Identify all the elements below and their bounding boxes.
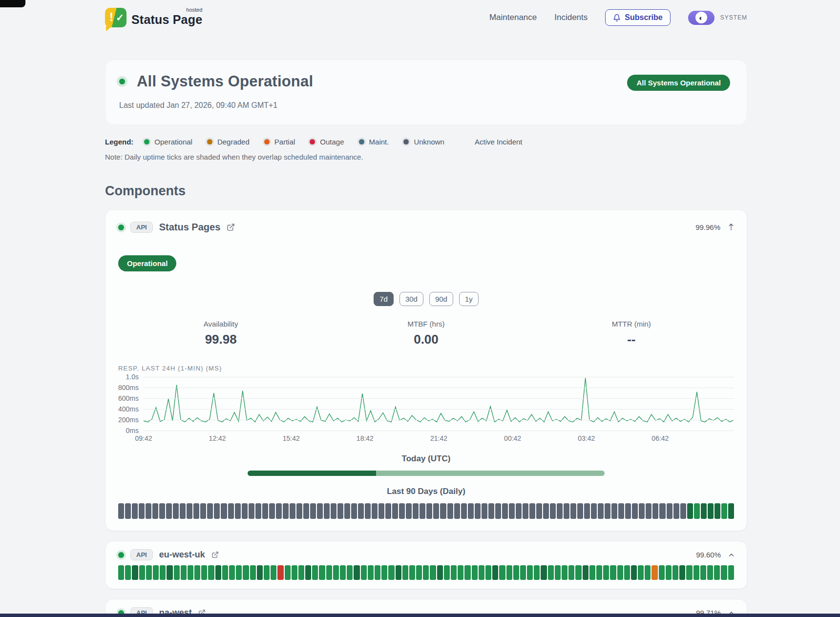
overall-status-title: All Systems Operational: [137, 73, 313, 90]
uptime-tick: [351, 503, 357, 519]
uptime-tick: [672, 565, 678, 580]
uptime-tick: [536, 503, 542, 519]
uptime-tick: [659, 503, 665, 519]
uptime-tick: [399, 503, 405, 519]
today-progress-fill: [248, 471, 376, 476]
uptime-tick: [361, 565, 367, 580]
uptime-tick: [207, 503, 213, 519]
component-stats: Availability99.98MTBF (hrs)0.00MTTR (min…: [118, 320, 734, 347]
overall-status-badge: All Systems Operational: [627, 75, 730, 91]
expand-chevron-icon[interactable]: [729, 553, 734, 557]
uptime-ticks-eu-west-uk: [118, 565, 734, 580]
brand-name: Status Page: [131, 13, 202, 26]
uptime-tick: [188, 565, 193, 580]
uptime-tick: [632, 503, 638, 519]
stat-mtbf-hrs-: MTBF (hrs)0.00: [323, 320, 528, 347]
uptime-tick: [214, 503, 220, 519]
uptime-tick: [292, 565, 297, 580]
uptime-tick: [296, 503, 302, 519]
uptime-tick: [631, 565, 637, 580]
status-page-logo-icon: ! ✓: [105, 8, 126, 27]
uptime-tick: [406, 503, 412, 519]
uptime-tick: [181, 565, 187, 580]
uptime-tick: [583, 565, 588, 580]
brand-superscript: hosted: [186, 7, 202, 13]
legend-item: Degraded: [207, 138, 250, 146]
uptime-tick: [208, 565, 214, 580]
overall-status-dot: [119, 79, 125, 84]
uptime-tick: [577, 503, 583, 519]
uptime-tick: [269, 503, 275, 519]
chart-y-axis: 1.0s800ms600ms400ms200ms0ms: [118, 377, 144, 431]
uptime-tick: [347, 565, 353, 580]
component-header[interactable]: API eu-west-uk 99.60%: [118, 549, 734, 560]
component-card-eu-west-uk: API eu-west-uk 99.60%: [105, 541, 747, 589]
uptime-tick: [464, 565, 470, 580]
uptime-tick: [646, 503, 651, 519]
uptime-tick: [679, 565, 685, 580]
uptime-tick: [589, 565, 595, 580]
uptime-tick: [639, 503, 645, 519]
uptime-tick: [495, 503, 501, 519]
uptime-tick: [520, 565, 526, 580]
uptime-tick: [625, 503, 631, 519]
uptime-tick: [447, 503, 453, 519]
history-label: Last 90 Days (Daily): [118, 487, 734, 496]
uptime-tick: [378, 503, 384, 519]
uptime-tick: [680, 503, 686, 519]
header: ! ✓ hosted Status Page Maintenance Incid…: [105, 0, 747, 28]
uptime-tick: [221, 503, 227, 519]
uptime-tick: [331, 503, 336, 519]
overall-status-card: All Systems Operational Last updated Jan…: [105, 60, 747, 125]
component-header[interactable]: API Status Pages 99.96%: [118, 222, 734, 233]
theme-toggle[interactable]: ◐: [688, 11, 714, 25]
uptime-tick: [125, 503, 131, 519]
nav-maintenance[interactable]: Maintenance: [489, 13, 537, 22]
uptime-tick: [310, 503, 316, 519]
range-button-7d[interactable]: 7d: [374, 292, 394, 306]
uptime-tick: [125, 565, 131, 580]
legend-item: Unknown: [403, 138, 444, 146]
component-card-status-pages: API Status Pages 99.96% Operational 7d30…: [105, 209, 747, 531]
range-button-1y[interactable]: 1y: [459, 292, 479, 306]
uptime-tick: [264, 565, 270, 580]
uptime-tick: [686, 565, 692, 580]
uptime-tick: [485, 565, 491, 580]
uptime-tick: [562, 565, 567, 580]
uptime-tick: [444, 565, 450, 580]
component-uptime: 99.60%: [696, 551, 721, 559]
chart-x-axis: 09:4212:4215:4218:4221:4200:4203:4206:42: [144, 431, 734, 443]
subscribe-button[interactable]: Subscribe: [605, 9, 670, 26]
uptime-tick: [333, 565, 339, 580]
uptime-tick: [236, 565, 242, 580]
collapse-arrow-icon[interactable]: [728, 223, 734, 231]
uptime-tick: [317, 503, 323, 519]
range-button-30d[interactable]: 30d: [399, 292, 423, 306]
uptime-tick: [255, 503, 261, 519]
uptime-tick: [638, 565, 644, 580]
uptime-tick: [475, 503, 481, 519]
uptime-tick: [509, 503, 515, 519]
external-link-icon[interactable]: [211, 551, 219, 558]
uptime-tick: [529, 503, 535, 519]
uptime-tick: [187, 503, 192, 519]
uptime-tick: [146, 503, 151, 519]
range-button-90d[interactable]: 90d: [429, 292, 453, 306]
nav-incidents[interactable]: Incidents: [554, 13, 588, 22]
uptime-tick: [728, 565, 734, 580]
uptime-tick: [174, 565, 180, 580]
brand-logo[interactable]: ! ✓ hosted Status Page: [105, 8, 202, 27]
uptime-tick: [502, 503, 508, 519]
uptime-tick: [458, 565, 463, 580]
uptime-tick: [235, 503, 241, 519]
uptime-tick: [193, 503, 199, 519]
uptime-tick: [416, 565, 422, 580]
external-link-icon[interactable]: [227, 223, 235, 231]
uptime-tick: [228, 503, 234, 519]
uptime-tick: [624, 565, 630, 580]
uptime-tick: [312, 565, 318, 580]
uptime-tick: [728, 503, 734, 519]
uptime-tick: [603, 565, 609, 580]
uptime-tick: [492, 565, 498, 580]
uptime-tick: [584, 503, 590, 519]
